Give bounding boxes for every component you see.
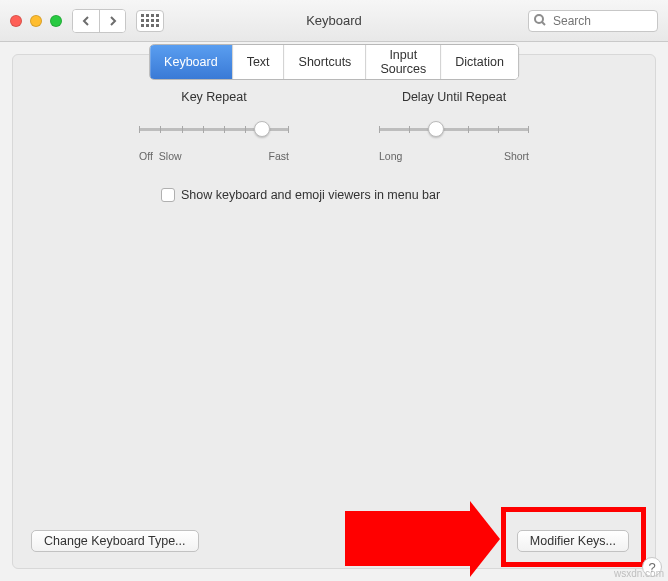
key-repeat-block: Key Repeat OffSlow Fast <box>139 90 289 162</box>
search-icon <box>534 12 546 30</box>
key-repeat-right-label: Fast <box>269 150 289 162</box>
modifier-keys-button[interactable]: Modifier Keys... <box>517 530 629 552</box>
tab-input-sources[interactable]: Input Sources <box>365 45 440 79</box>
tab-dictation[interactable]: Dictation <box>440 45 518 79</box>
svg-point-0 <box>535 15 543 23</box>
search-wrap <box>528 10 658 32</box>
delay-title: Delay Until Repeat <box>379 90 529 104</box>
minimize-icon[interactable] <box>30 15 42 27</box>
svg-line-1 <box>542 22 545 25</box>
close-icon[interactable] <box>10 15 22 27</box>
grid-icon <box>141 14 159 27</box>
key-repeat-off-label: Off <box>139 150 153 162</box>
search-input[interactable] <box>528 10 658 32</box>
titlebar: Keyboard <box>0 0 668 42</box>
tab-text[interactable]: Text <box>232 45 284 79</box>
delay-slider[interactable] <box>379 118 529 144</box>
chevron-right-icon <box>109 16 117 26</box>
key-repeat-title: Key Repeat <box>139 90 289 104</box>
tab-shortcuts[interactable]: Shortcuts <box>284 45 366 79</box>
nav-group <box>72 9 126 33</box>
tab-bar: Keyboard Text Shortcuts Input Sources Di… <box>149 44 519 80</box>
delay-labels: Long Short <box>379 150 529 162</box>
content-area: Keyboard Text Shortcuts Input Sources Di… <box>0 42 668 581</box>
key-repeat-slider[interactable] <box>139 118 289 144</box>
forward-button[interactable] <box>99 10 125 32</box>
menubar-checkbox[interactable] <box>161 188 175 202</box>
back-button[interactable] <box>73 10 99 32</box>
preferences-panel: Keyboard Text Shortcuts Input Sources Di… <box>12 54 656 569</box>
annotation-arrow <box>345 511 470 566</box>
zoom-icon[interactable] <box>50 15 62 27</box>
window-title: Keyboard <box>306 13 362 28</box>
sliders-row: Key Repeat OffSlow Fast Delay Until Repe… <box>13 90 655 162</box>
tab-keyboard[interactable]: Keyboard <box>150 45 232 79</box>
delay-block: Delay Until Repeat Long Short <box>379 90 529 162</box>
delay-left-label: Long <box>379 150 402 162</box>
chevron-left-icon <box>82 16 90 26</box>
key-repeat-left-label: Slow <box>159 150 182 162</box>
key-repeat-labels: OffSlow Fast <box>139 150 289 162</box>
show-all-button[interactable] <box>136 10 164 32</box>
menubar-checkbox-row: Show keyboard and emoji viewers in menu … <box>161 188 655 202</box>
change-keyboard-type-button[interactable]: Change Keyboard Type... <box>31 530 199 552</box>
delay-right-label: Short <box>504 150 529 162</box>
watermark: wsxdn.com <box>614 568 664 579</box>
window-controls <box>10 15 62 27</box>
menubar-checkbox-label: Show keyboard and emoji viewers in menu … <box>181 188 440 202</box>
